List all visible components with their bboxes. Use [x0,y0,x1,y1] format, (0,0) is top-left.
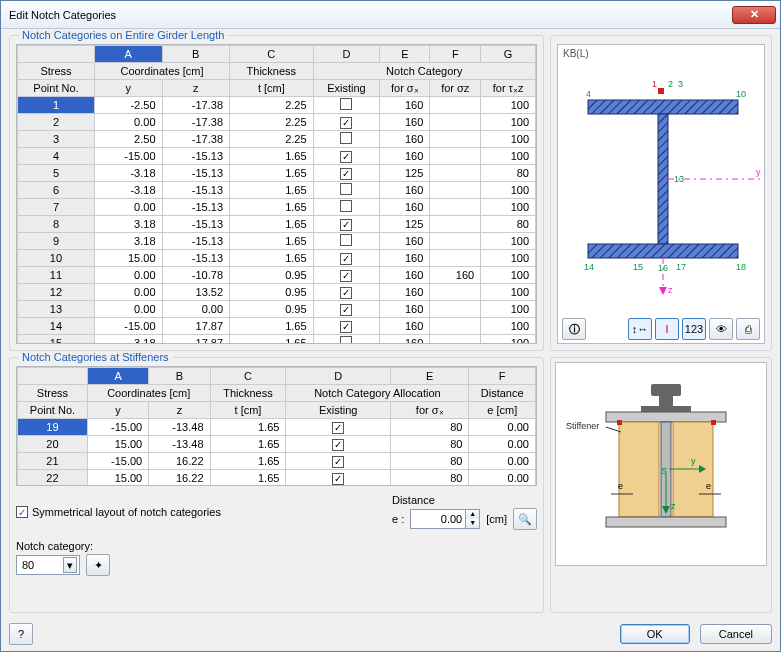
existing-checkbox[interactable] [313,182,380,199]
row-header[interactable]: 7 [18,199,95,216]
table2-scroll[interactable]: A B C D E F Stress Coordinates [cm] Thic… [16,366,537,486]
table-row[interactable]: 4-15.00-15.131.65✓160100 [18,148,536,165]
table-row[interactable]: 130.000.000.95✓160100 [18,301,536,318]
svg-rect-4 [588,244,738,258]
table-row[interactable]: 70.00-15.131.65160100 [18,199,536,216]
table-stiffeners[interactable]: A B C D E F Stress Coordinates [cm] Thic… [17,367,536,486]
table-row[interactable]: 93.18-15.131.65160100 [18,233,536,250]
hdr-notch: Notch Category [313,63,535,80]
existing-checkbox[interactable] [313,97,380,114]
existing-checkbox[interactable]: ✓ [313,284,380,301]
col-F[interactable]: F [430,46,481,63]
table-row[interactable]: 110.00-10.780.95✓160160100 [18,267,536,284]
table-row[interactable]: 6-3.18-15.131.65160100 [18,182,536,199]
svg-text:17: 17 [676,262,686,272]
existing-checkbox[interactable] [313,199,380,216]
svg-text:13: 13 [674,174,684,184]
close-button[interactable]: ✕ [732,6,776,24]
notch-category-select[interactable]: 80 ▾ [16,555,80,575]
section-preview: KB(L) y [557,44,765,344]
row-header[interactable]: 2 [18,114,95,131]
svg-text:y: y [756,167,761,177]
existing-checkbox[interactable]: ✓ [313,301,380,318]
existing-checkbox[interactable] [313,233,380,250]
table-girder[interactable]: A B C D E F G Stress Coordinates [cm] Th… [17,45,536,344]
existing-checkbox[interactable]: ✓ [313,114,380,131]
existing-checkbox[interactable] [313,131,380,148]
hdr-sz: for σz [430,80,481,97]
row-header[interactable]: 19 [18,419,88,436]
col-G[interactable]: G [481,46,536,63]
svg-rect-2 [588,100,738,114]
spin-up[interactable]: ▲ [465,510,479,519]
col-E[interactable]: E [380,46,430,63]
table-row[interactable]: 1015.00-15.131.65✓160100 [18,250,536,267]
row-header[interactable]: 1 [18,97,95,114]
row-header[interactable]: 5 [18,165,95,182]
table-row[interactable]: 32.50-17.382.25160100 [18,131,536,148]
existing-checkbox[interactable]: ✓ [313,318,380,335]
col-B[interactable]: B [162,46,230,63]
row-header[interactable]: 8 [18,216,95,233]
table-row[interactable]: 14-15.0017.871.65✓160100 [18,318,536,335]
distance-spinner[interactable]: ▲▼ [410,509,480,529]
info-button[interactable]: ⓘ [562,318,586,340]
existing-checkbox[interactable]: ✓ [286,470,391,487]
row-header[interactable]: 22 [18,470,88,487]
existing-checkbox[interactable]: ✓ [286,453,391,470]
existing-checkbox[interactable]: ✓ [313,165,380,182]
row-header[interactable]: 6 [18,182,95,199]
row-header[interactable]: 20 [18,436,88,453]
table-row[interactable]: 83.18-15.131.65✓12580 [18,216,536,233]
sym-checkbox[interactable]: ✓ Symmetrical layout of notch categories [16,506,221,518]
table-row[interactable]: 20.00-17.382.25✓160100 [18,114,536,131]
numbers-toggle[interactable]: 123 [682,318,706,340]
row-header[interactable]: 9 [18,233,95,250]
row-header[interactable]: 10 [18,250,95,267]
pick-category-button[interactable]: ✦ [86,554,110,576]
check-icon: ✓ [16,506,28,518]
existing-checkbox[interactable]: ✓ [313,267,380,284]
row-header[interactable]: 12 [18,284,95,301]
distance-input[interactable] [411,512,465,526]
row-header[interactable]: 11 [18,267,95,284]
table-row[interactable]: 120.0013.520.95✓160100 [18,284,536,301]
ok-button[interactable]: OK [620,624,690,644]
help-button[interactable]: ? [9,623,33,645]
table-row[interactable]: 1-2.50-17.382.25160100 [18,97,536,114]
col-A[interactable]: A [94,46,162,63]
row-header[interactable]: 21 [18,453,88,470]
table-row[interactable]: 19-15.00-13.481.65✓800.00 [18,419,536,436]
table-row[interactable]: 15-3.1817.871.65160100 [18,335,536,345]
existing-checkbox[interactable]: ✓ [313,148,380,165]
svg-rect-24 [641,406,691,412]
spin-down[interactable]: ▼ [465,519,479,528]
eye-toggle[interactable]: 👁 [709,318,733,340]
row-header[interactable]: 13 [18,301,95,318]
table-row[interactable]: 2215.0016.221.65✓800.00 [18,470,536,487]
distance-group: Distance e : ▲▼ [cm] 🔍 [392,494,537,530]
print-button[interactable]: ⎙ [736,318,760,340]
existing-checkbox[interactable]: ✓ [286,419,391,436]
axes-toggle[interactable]: ↕↔ [628,318,652,340]
col-D[interactable]: D [313,46,380,63]
col-C[interactable]: C [230,46,314,63]
row-header[interactable]: 4 [18,148,95,165]
svg-text:16: 16 [658,263,668,273]
pick-distance-button[interactable]: 🔍 [513,508,537,530]
table-row[interactable]: 2015.00-13.481.65✓800.00 [18,436,536,453]
existing-checkbox[interactable]: ✓ [313,250,380,267]
existing-checkbox[interactable]: ✓ [313,216,380,233]
row-header[interactable]: 15 [18,335,95,345]
existing-checkbox[interactable] [313,335,380,345]
table1-scroll[interactable]: A B C D E F G Stress Coordinates [cm] Th… [16,44,537,344]
table-row[interactable]: 21-15.0016.221.65✓800.00 [18,453,536,470]
svg-text:15: 15 [633,262,643,272]
table-row[interactable]: 5-3.18-15.131.65✓12580 [18,165,536,182]
section-toggle[interactable]: I [655,318,679,340]
row-header[interactable]: 14 [18,318,95,335]
row-header[interactable]: 3 [18,131,95,148]
svg-text:4: 4 [586,89,591,99]
existing-checkbox[interactable]: ✓ [286,436,391,453]
cancel-button[interactable]: Cancel [700,624,772,644]
